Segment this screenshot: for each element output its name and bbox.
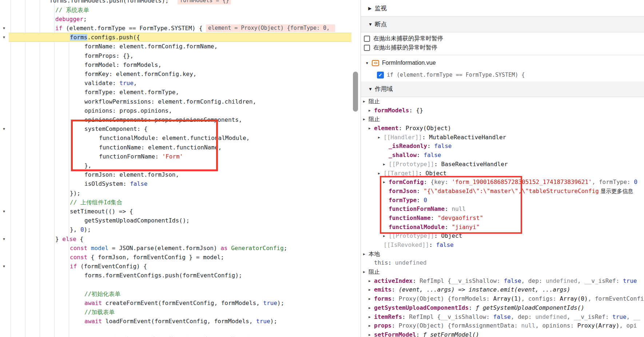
indent-guide (54, 0, 55, 337)
chevron-down-icon[interactable]: ▾ (366, 61, 372, 65)
code-line[interactable]: isOldSystem: false (84, 179, 147, 188)
scope-token: , formEventConfigs (588, 295, 644, 302)
breakpoint-entry[interactable]: ✓ if (element.formType == FormType.SYSTE… (361, 69, 644, 80)
scope-row[interactable]: [[IsRevoked]]: false (361, 241, 644, 250)
code-token: if (70, 263, 77, 270)
code-token: debugger (55, 16, 83, 23)
scope-row[interactable]: ▶itemRefs: RefImpl {__v_isShallow: false… (361, 313, 644, 322)
scope-row[interactable]: _shallow: false (361, 151, 644, 160)
scope-row[interactable]: this: undefined (361, 258, 644, 268)
scope-row[interactable]: ▶阻止 (361, 97, 644, 106)
pause-caught-checkbox[interactable] (364, 45, 370, 51)
scope-row[interactable]: ▶本地 (361, 250, 644, 259)
scope-row[interactable]: ▶阻止 (361, 268, 644, 277)
pause-uncaught-checkbox[interactable] (364, 36, 370, 42)
code-line[interactable]: const model = JSON.parse(element.formJso… (70, 244, 287, 253)
scope-row[interactable]: ▶[[Prototype]]: BaseReactiveHandler (361, 160, 644, 169)
breakpoints-section-header[interactable]: ▼ 断点 (361, 17, 644, 32)
code-line[interactable]: forms.configs.push({ (70, 33, 140, 42)
breakpoint-file-group[interactable]: ▾ <> FormInformation.vue (361, 57, 644, 69)
tree-expand-icon[interactable]: ▶ (363, 97, 365, 106)
code-line[interactable]: await createFormEvent(formEventConfig, f… (84, 298, 284, 308)
scope-row[interactable]: ▶阻止 (361, 115, 644, 124)
tree-expand-icon[interactable]: ▶ (369, 304, 371, 313)
code-line[interactable]: workflowPermissions: element.formConfig.… (84, 97, 256, 106)
chevron-down-icon[interactable]: ▼ (368, 22, 375, 27)
code-line[interactable]: formModel: formModels, (84, 60, 162, 69)
code-line[interactable]: setTimeout(() => { (70, 207, 133, 216)
code-token: 0 (80, 226, 84, 233)
scope-row[interactable]: ▶activeIndex: RefImpl {__v_isShallow: fa… (361, 277, 644, 286)
tree-expand-icon[interactable]: ▶ (369, 330, 371, 337)
tree-expand-icon[interactable]: ▶ (369, 106, 371, 115)
tree-expand-icon[interactable]: ▶ (369, 285, 371, 294)
scope-token: , __ (627, 313, 641, 320)
tree-expand-icon[interactable]: ▶ (378, 133, 380, 142)
code-line[interactable]: await loadFormEvent(formEventConfig, for… (84, 317, 277, 326)
code-line[interactable]: formKey: element.formConfig.key, (84, 69, 196, 79)
tree-expand-icon[interactable]: ▶ (363, 250, 365, 259)
code-line[interactable]: if (formEventConfig) { (70, 262, 147, 271)
scope-row[interactable]: ▶formModels: {} (361, 106, 644, 115)
code-line[interactable]: // 系统表单 (55, 5, 89, 15)
tree-expand-icon[interactable]: ▶ (363, 268, 365, 277)
scope-row[interactable]: ▶emits: (event, ...args) => instance.emi… (361, 285, 644, 294)
scope-token: (event, ...args) => instance.emit(event,… (398, 286, 570, 293)
fold-arrow-icon[interactable]: ▾ (1, 262, 7, 271)
scope-token: [[Handler]] (383, 134, 422, 141)
code-line[interactable]: formType: element.formType, (84, 88, 179, 97)
tree-expand-icon[interactable]: ▶ (369, 313, 371, 322)
code-line[interactable]: opinions: props.opinions, (84, 106, 172, 115)
tree-expand-icon[interactable]: ▶ (383, 160, 385, 169)
watch-section-header[interactable]: ▶ 监视 (361, 0, 644, 17)
code-line[interactable]: forms.formModels.push(formModels);formMo… (49, 0, 169, 5)
fold-arrow-icon[interactable]: ▾ (1, 24, 7, 33)
code-line[interactable]: formProps: {}, (84, 51, 134, 60)
fold-arrow-icon[interactable]: ▾ (1, 33, 7, 42)
code-line[interactable]: //加载表单 (84, 308, 115, 317)
scope-row[interactable]: ▶setFormModel: ƒ setFormModel() (361, 330, 644, 337)
code-line[interactable]: forms.formEventConfigs.push(formEventCon… (84, 271, 242, 280)
scope-row[interactable]: _isReadonly: false (361, 142, 644, 151)
tree-expand-icon[interactable]: ▶ (369, 124, 371, 133)
pause-uncaught-label: 在抛出未捕获的异常时暂停 (373, 35, 443, 43)
code-line[interactable]: validate: true, (84, 79, 137, 88)
tree-expand-icon[interactable]: ▶ (369, 321, 371, 330)
scope-row[interactable]: ▶[[Handler]]: MutableReactiveHandler (361, 133, 644, 142)
fold-arrow-icon[interactable]: ▾ (1, 124, 7, 133)
chevron-down-icon[interactable]: ▼ (368, 87, 375, 92)
code-line[interactable]: formName: element.formConfig.formName, (84, 42, 218, 51)
code-token: }, (70, 226, 80, 233)
scope-token: , dep: (511, 313, 535, 320)
code-line[interactable]: }, 0); (70, 225, 91, 234)
scope-section-header[interactable]: ▼ 作用域 (361, 81, 644, 97)
code-line[interactable]: if (element.formType == FormType.SYSTEM)… (55, 24, 203, 33)
tree-expand-icon[interactable]: ▶ (369, 277, 371, 286)
code-line[interactable]: //初始化表单 (84, 289, 120, 298)
code-line[interactable]: //TODO: 暂不放开 工作流没有获取表单数据这个步骤 获取表单数据 (84, 335, 265, 337)
code-line[interactable]: const { formJson, formEventConfig } = mo… (70, 253, 224, 262)
fold-arrow-icon[interactable]: ▾ (1, 234, 7, 244)
code-line[interactable]: }); (70, 189, 80, 198)
chevron-right-icon[interactable]: ▶ (368, 6, 375, 11)
scope-row[interactable]: ▶element: Proxy(Object) (361, 124, 644, 133)
tree-expand-icon[interactable]: ▶ (363, 115, 365, 124)
code-line[interactable]: } else { (55, 234, 83, 244)
editor-scrollbar-thumb[interactable] (353, 72, 358, 112)
scope-token: : (398, 125, 405, 132)
code-line[interactable]: formJson: element.formJson, (84, 170, 179, 179)
fold-arrow-icon[interactable]: ▾ (1, 207, 7, 216)
editor-scrollbar[interactable] (351, 0, 361, 337)
code-token: validate: (84, 80, 119, 87)
code-line[interactable]: getSystemUploadComponentIds(); (84, 216, 190, 225)
code-line[interactable]: debugger; (55, 15, 87, 24)
code-line[interactable]: // 上传组件Id集合 (70, 198, 122, 207)
scope-token: [[Prototype]] (389, 161, 434, 168)
tree-expand-icon[interactable]: ▶ (369, 294, 371, 304)
scope-row[interactable]: ▶props: Proxy(Object) {formAssignmentDat… (361, 321, 644, 330)
scope-row[interactable]: ▶getSystemUploadComponentIds: ƒ getSyste… (361, 304, 644, 313)
scope-token: Proxy(Object) (406, 125, 451, 132)
code-token: workflowPermissions: element.formConfig.… (84, 98, 256, 105)
breakpoint-enabled-checkbox[interactable]: ✓ (377, 72, 384, 79)
scope-row[interactable]: ▶forms: Proxy(Object) {formModels: Array… (361, 294, 644, 304)
